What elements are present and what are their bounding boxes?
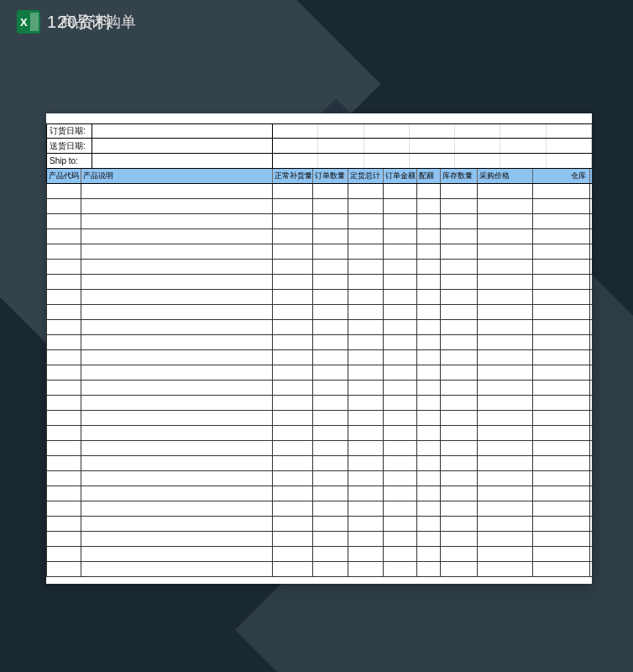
table-row[interactable] — [46, 517, 592, 532]
table-cell[interactable] — [441, 320, 478, 334]
table-cell[interactable] — [46, 517, 81, 531]
table-cell[interactable] — [441, 486, 478, 501]
table-cell[interactable] — [273, 290, 313, 304]
table-cell[interactable] — [478, 426, 533, 440]
table-cell[interactable] — [273, 260, 313, 274]
table-cell[interactable] — [46, 275, 81, 289]
table-cell[interactable] — [441, 381, 478, 395]
table-cell[interactable] — [273, 335, 313, 349]
table-cell[interactable] — [348, 426, 384, 440]
order-date-field[interactable] — [92, 124, 273, 138]
table-cell[interactable] — [441, 290, 478, 304]
table-cell[interactable] — [348, 275, 384, 289]
table-cell[interactable] — [478, 350, 533, 365]
table-cell[interactable] — [46, 396, 81, 410]
table-cell[interactable] — [533, 184, 590, 198]
table-cell[interactable] — [313, 365, 348, 380]
table-cell[interactable] — [417, 260, 441, 274]
table-cell[interactable] — [478, 214, 533, 228]
table-cell[interactable] — [478, 184, 533, 198]
table-cell[interactable] — [46, 547, 81, 561]
table-cell[interactable] — [273, 381, 313, 395]
table-cell[interactable] — [417, 199, 441, 213]
table-cell[interactable] — [478, 456, 533, 470]
table-cell[interactable] — [81, 517, 273, 531]
table-cell[interactable] — [273, 562, 313, 576]
table-cell[interactable] — [348, 290, 384, 304]
table-cell[interactable] — [478, 335, 533, 349]
table-cell[interactable] — [384, 335, 417, 349]
table-cell[interactable] — [273, 184, 313, 198]
table-cell[interactable] — [313, 426, 348, 440]
table-cell[interactable] — [273, 275, 313, 289]
table-cell[interactable] — [533, 229, 590, 244]
table-cell[interactable] — [273, 456, 313, 470]
delivery-date-field[interactable] — [92, 139, 273, 153]
table-cell[interactable] — [533, 532, 590, 546]
table-cell[interactable] — [384, 381, 417, 395]
table-cell[interactable] — [478, 199, 533, 213]
table-row[interactable] — [46, 184, 592, 199]
table-row[interactable] — [46, 350, 592, 365]
table-cell[interactable] — [478, 320, 533, 334]
table-cell[interactable] — [441, 184, 478, 198]
table-cell[interactable] — [441, 532, 478, 546]
table-cell[interactable] — [533, 517, 590, 531]
table-cell[interactable] — [313, 396, 348, 410]
table-row[interactable] — [46, 214, 592, 229]
table-cell[interactable] — [417, 411, 441, 425]
table-cell[interactable] — [384, 396, 417, 410]
table-cell[interactable] — [417, 244, 441, 259]
table-cell[interactable] — [384, 184, 417, 198]
table-cell[interactable] — [417, 547, 441, 561]
table-cell[interactable] — [384, 501, 417, 516]
table-cell[interactable] — [46, 426, 81, 440]
table-row[interactable] — [46, 229, 592, 244]
table-cell[interactable] — [417, 426, 441, 440]
table-cell[interactable] — [441, 456, 478, 470]
table-cell[interactable] — [81, 456, 273, 470]
table-cell[interactable] — [441, 305, 478, 319]
table-cell[interactable] — [348, 441, 384, 455]
table-cell[interactable] — [441, 562, 478, 576]
table-cell[interactable] — [384, 426, 417, 440]
table-cell[interactable] — [478, 365, 533, 380]
table-cell[interactable] — [348, 517, 384, 531]
table-cell[interactable] — [478, 381, 533, 395]
table-row[interactable] — [46, 547, 592, 562]
table-cell[interactable] — [273, 229, 313, 244]
table-cell[interactable] — [348, 486, 384, 501]
table-cell[interactable] — [273, 214, 313, 228]
table-cell[interactable] — [348, 320, 384, 334]
table-cell[interactable] — [46, 184, 81, 198]
table-cell[interactable] — [533, 501, 590, 516]
table-cell[interactable] — [417, 562, 441, 576]
table-cell[interactable] — [313, 517, 348, 531]
table-cell[interactable] — [348, 229, 384, 244]
table-row[interactable] — [46, 562, 592, 577]
table-cell[interactable] — [313, 471, 348, 486]
table-cell[interactable] — [417, 365, 441, 380]
table-cell[interactable] — [46, 290, 81, 304]
table-cell[interactable] — [384, 260, 417, 274]
ship-to-field[interactable] — [92, 154, 273, 168]
table-cell[interactable] — [348, 335, 384, 349]
table-cell[interactable] — [313, 320, 348, 334]
table-cell[interactable] — [478, 305, 533, 319]
table-cell[interactable] — [417, 456, 441, 470]
table-cell[interactable] — [384, 244, 417, 259]
table-cell[interactable] — [46, 501, 81, 516]
table-cell[interactable] — [384, 229, 417, 244]
table-cell[interactable] — [313, 244, 348, 259]
table-row[interactable] — [46, 532, 592, 547]
table-cell[interactable] — [81, 214, 273, 228]
table-cell[interactable] — [348, 471, 384, 486]
table-cell[interactable] — [441, 365, 478, 380]
table-cell[interactable] — [348, 456, 384, 470]
table-cell[interactable] — [348, 214, 384, 228]
table-cell[interactable] — [478, 471, 533, 486]
table-cell[interactable] — [441, 501, 478, 516]
table-cell[interactable] — [348, 411, 384, 425]
table-cell[interactable] — [273, 411, 313, 425]
table-cell[interactable] — [384, 320, 417, 334]
